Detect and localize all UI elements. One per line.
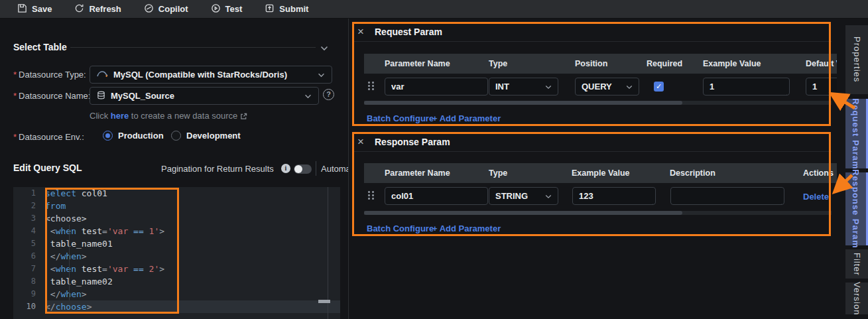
sql-code-editor[interactable]: 1select col012from3<choose>4 <when test=… [13, 187, 340, 319]
hscrollbar-thumb[interactable] [364, 101, 682, 105]
response-description-textarea[interactable] [670, 187, 784, 205]
chevron-down-icon [545, 191, 552, 201]
refresh-icon [74, 3, 84, 15]
edit-query-sql-title: Edit Query SQL [13, 162, 82, 173]
panel-header-divider [353, 151, 832, 152]
close-icon[interactable]: × [357, 137, 364, 147]
code-text: table_name01 [45, 237, 340, 250]
pagination-toggle[interactable] [294, 164, 312, 174]
param-panels-area: × Request Param Parameter Name Type Posi… [349, 19, 837, 319]
chevron-down-icon [545, 82, 552, 92]
save-icon [17, 3, 27, 15]
resize-grip-icon [777, 198, 782, 203]
chevron-down-icon [626, 82, 633, 92]
request-type-select[interactable]: INT [489, 78, 558, 96]
code-text: <when test='var == 1'> [45, 225, 340, 237]
line-number: 1 [13, 187, 45, 200]
response-type-select[interactable]: STRING [489, 187, 558, 205]
copilot-icon [144, 3, 154, 15]
datasource-name-select[interactable]: MySQL_Source [90, 87, 319, 105]
chevron-down-icon [318, 70, 325, 80]
info-icon[interactable]: i [281, 164, 290, 173]
datasource-name-value: MySQL_Source [111, 91, 174, 101]
request-add-parameter-link[interactable]: + Add Parameter [432, 113, 501, 123]
code-text: </when> [45, 250, 340, 263]
resize-grip-icon [782, 88, 788, 94]
delete-row-link[interactable]: Delete [803, 192, 829, 202]
tab-version[interactable]: Version [845, 283, 868, 314]
panel-header-divider [353, 41, 832, 42]
code-text: <when test='var == 2'> [45, 263, 340, 275]
code-line[interactable]: 1select col01 [13, 187, 340, 200]
chevron-down-icon [304, 91, 312, 101]
request-batch-configure-link[interactable]: Batch Configure [367, 113, 434, 123]
code-text: </when> [45, 288, 340, 300]
response-batch-configure-link[interactable]: Batch Configure [367, 223, 434, 233]
tab-response-param[interactable]: Response Param [845, 172, 868, 245]
line-number: 8 [13, 275, 45, 288]
section-divider [70, 47, 316, 48]
required-checkbox[interactable]: ✓ [654, 82, 664, 92]
hscrollbar-thumb[interactable] [364, 211, 682, 215]
test-play-icon [211, 3, 221, 15]
line-number: 5 [13, 237, 45, 250]
request-example-textarea[interactable]: 1 [703, 78, 790, 96]
code-line[interactable]: 2from [13, 200, 340, 212]
resize-grip-icon [649, 198, 654, 203]
code-text: <choose> [45, 212, 340, 225]
radio-unselected-icon [171, 131, 181, 141]
tab-properties[interactable]: Properties [845, 25, 868, 94]
radio-development[interactable]: Development [171, 131, 241, 141]
code-text: </choose> [45, 300, 340, 313]
radio-production[interactable]: Production [103, 131, 164, 141]
tab-filter[interactable]: Filter [845, 249, 868, 279]
copilot-button[interactable]: Copilot [144, 3, 188, 15]
code-line[interactable]: 6 </when> [13, 250, 340, 263]
drag-handle-icon[interactable] [368, 82, 375, 92]
code-line[interactable]: 7 <when test='var == 2'> [13, 263, 340, 275]
response-param-name-input[interactable] [385, 187, 488, 205]
submit-icon [265, 3, 275, 15]
request-position-select[interactable]: QUERY [575, 78, 639, 96]
editor-scrollbar-thumb[interactable] [318, 300, 330, 303]
datasource-type-value: MySQL (Compatible with StarRocks/Doris) [113, 70, 287, 80]
code-line[interactable]: 5 table_name01 [13, 237, 340, 250]
code-line[interactable]: 3<choose> [13, 212, 340, 225]
test-button[interactable]: Test [211, 3, 243, 15]
response-param-table-header: Parameter Name Type Example Value Descri… [364, 163, 837, 183]
refresh-button[interactable]: Refresh [74, 3, 121, 15]
auto-parse-label: Automatically [321, 164, 348, 174]
line-number: 10 [13, 300, 45, 313]
datasource-type-label: *Datasource Type: [13, 70, 86, 80]
radio-selected-icon [103, 131, 113, 141]
line-number: 9 [13, 288, 45, 300]
indent-guide [69, 225, 70, 300]
line-number: 6 [13, 250, 45, 263]
line-number: 3 [13, 212, 45, 225]
create-datasource-link[interactable]: here [111, 111, 129, 121]
request-default-input[interactable] [806, 78, 837, 96]
code-line[interactable]: 8 table_name02 [13, 275, 340, 288]
submit-button[interactable]: Submit [265, 3, 308, 15]
response-example-textarea[interactable]: 123 [572, 187, 656, 205]
request-param-name-input[interactable] [385, 78, 488, 96]
line-number: 7 [13, 263, 45, 275]
code-line[interactable]: 10</choose> [13, 300, 340, 313]
external-link-icon [240, 111, 247, 121]
datasource-name-label: *Datasource Name: [13, 91, 90, 101]
save-button[interactable]: Save [17, 3, 52, 15]
request-param-title: Request Param [375, 27, 442, 37]
drag-handle-icon[interactable] [368, 191, 375, 202]
mysql-logo-icon [97, 70, 108, 80]
code-line[interactable]: 4 <when test='var == 1'> [13, 225, 340, 237]
select-table-title: Select Table [13, 42, 67, 52]
tab-request-param[interactable]: Request Param [845, 99, 868, 168]
create-datasource-helper: Click here to create a new data source [90, 111, 247, 121]
close-icon[interactable]: × [357, 27, 364, 36]
help-icon[interactable]: ? [323, 89, 334, 100]
datasource-type-select[interactable]: MySQL (Compatible with StarRocks/Doris) [90, 66, 332, 84]
response-add-parameter-link[interactable]: + Add Parameter [432, 223, 501, 233]
code-line[interactable]: 9 </when> [13, 288, 340, 300]
collapse-chevron-icon[interactable] [320, 43, 328, 53]
code-text: from [45, 200, 340, 212]
